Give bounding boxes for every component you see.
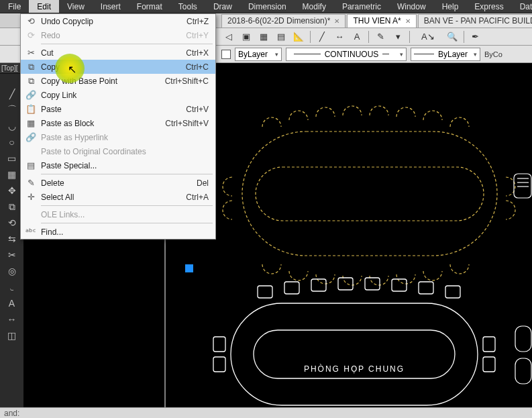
menu-item-icon: ᵃᵇᶜ — [21, 227, 41, 237]
side-trim-icon[interactable]: ✂ — [5, 248, 19, 262]
side-dim-icon[interactable]: ↔ — [5, 313, 19, 326]
dim-icon[interactable]: ↔ — [332, 30, 347, 44]
menu-item-icon: ✂ — [21, 48, 41, 58]
menubar: FileEditViewInsertFormatToolsDrawDimensi… — [0, 0, 532, 13]
menu-format[interactable]: Format — [129, 0, 170, 13]
menu-separator — [41, 205, 213, 206]
menu-item-label: Copy — [41, 62, 186, 72]
menu-draw[interactable]: Draw — [205, 0, 240, 13]
menu-tools[interactable]: Tools — [170, 0, 205, 13]
menu-item-paste-as-block[interactable]: ▦Paste as BlockCtrl+Shift+V — [21, 116, 215, 130]
menu-modify[interactable]: Modify — [295, 0, 334, 13]
menu-item-copy-with-base-point[interactable]: ⧉Copy with Base PointCtrl+Shift+C — [21, 74, 215, 88]
linetype-select[interactable]: CONTINUOUS — [286, 48, 407, 61]
side-offset-icon[interactable]: ◎ — [5, 264, 19, 278]
side-rect-icon[interactable]: ▭ — [5, 152, 19, 165]
menu-item-paste-special[interactable]: ▤Paste Special... — [21, 158, 215, 172]
text-icon[interactable]: A — [350, 30, 364, 44]
menu-item-undo-copyclip[interactable]: ⟲Undo CopyclipCtrl+Z — [21, 14, 215, 28]
side-rotate-icon[interactable]: ⟲ — [5, 216, 19, 229]
document-tab[interactable]: BAN VE - PAN PACIFIC BUILDING -✕ — [418, 14, 532, 28]
svg-rect-3 — [231, 303, 478, 405]
menu-express[interactable]: Express — [466, 0, 511, 13]
close-icon[interactable]: ✕ — [405, 17, 411, 25]
side-line-icon[interactable]: ╱ — [5, 87, 19, 101]
menu-view[interactable]: View — [59, 0, 93, 13]
pen-final-icon[interactable]: ✒ — [468, 30, 483, 44]
command-text: and: — [4, 409, 19, 418]
color-swatch[interactable] — [221, 50, 231, 59]
menu-item-label: Find... — [41, 227, 209, 237]
side-hatch-icon[interactable]: ▦ — [5, 168, 19, 181]
menu-item-shortcut: Ctrl+Z — [187, 17, 209, 26]
pen-icon[interactable]: ✎ — [373, 30, 388, 44]
lineweight-select[interactable]: ByLayer — [411, 48, 480, 61]
menu-help[interactable]: Help — [434, 0, 467, 13]
menu-item-label: Paste — [41, 105, 186, 114]
menu-item-label: OLE Links... — [41, 210, 209, 219]
menu-data-view[interactable]: Data View — [512, 0, 532, 13]
menu-item-copy-link[interactable]: 🔗Copy Link — [21, 88, 215, 102]
document-tab[interactable]: 2018-6-6(02-2D Dimension)*✕ — [221, 14, 345, 28]
menu-insert[interactable]: Insert — [93, 0, 129, 13]
menu-item-paste[interactable]: 📋PasteCtrl+V — [21, 102, 215, 116]
document-tab[interactable]: THU VIEN A*✕ — [347, 14, 416, 28]
menu-item-cut[interactable]: ✂CutCtrl+X — [21, 46, 215, 60]
measure-icon[interactable]: 📐 — [291, 30, 306, 44]
side-polyline-icon[interactable]: ⌒ — [5, 103, 19, 117]
svg-rect-20 — [213, 337, 225, 352]
side-circle-icon[interactable]: ○ — [5, 136, 19, 149]
menu-separator — [41, 174, 213, 174]
layers-icon[interactable]: ▤ — [274, 30, 288, 44]
toolbar-separator — [464, 31, 464, 43]
menu-item-find[interactable]: ᵃᵇᶜFind... — [21, 225, 215, 239]
line-icon[interactable]: ╱ — [315, 30, 329, 44]
menu-item-label: Select All — [41, 193, 186, 202]
menu-item-paste-to-original-coordinates: Paste to Original Coordinates — [21, 144, 215, 158]
command-line[interactable]: and: — [0, 407, 532, 418]
menu-item-paste-as-hyperlink: 🔗Paste as Hyperlink — [21, 130, 215, 144]
toggle-a-icon[interactable]: ▣ — [239, 30, 254, 44]
side-move-icon[interactable]: ✥ — [5, 184, 19, 197]
menu-item-shortcut: Ctrl+Shift+C — [165, 76, 209, 86]
history-back-icon[interactable]: ◁ — [221, 30, 236, 44]
document-tab-label: THU VIEN A* — [353, 16, 401, 25]
menu-edit[interactable]: Edit — [29, 0, 59, 13]
toolbar-separator — [368, 31, 369, 43]
menu-item-label: Paste to Original Coordinates — [41, 147, 209, 156]
menu-item-label: Paste Special... — [41, 161, 209, 170]
layer-select[interactable]: ByLayer — [235, 48, 282, 61]
brush-icon[interactable]: ▾ — [390, 30, 405, 44]
side-copy-icon[interactable]: ⧉ — [5, 200, 19, 213]
style-a-icon[interactable]: A↘ — [414, 30, 442, 44]
menu-item-copy[interactable]: ⧉CopyCtrl+C — [21, 60, 215, 74]
search-toolbar-icon[interactable]: 🔍 — [445, 30, 460, 44]
menu-item-label: Copy with Base Point — [41, 76, 165, 86]
menu-item-label: Redo — [41, 31, 186, 40]
menu-item-label: Delete — [41, 178, 197, 188]
side-mirror-icon[interactable]: ⇆ — [5, 232, 19, 246]
menu-window[interactable]: Window — [389, 0, 434, 13]
menu-separator — [41, 223, 213, 223]
side-text-icon[interactable]: A — [5, 297, 19, 310]
menu-item-select-all[interactable]: ✛Select AllCtrl+A — [21, 190, 215, 204]
svg-rect-24 — [514, 174, 531, 198]
menu-item-icon: ⧉ — [21, 62, 41, 72]
toggle-b-icon[interactable]: ▦ — [256, 30, 271, 44]
menu-separator — [41, 44, 213, 44]
menu-item-delete[interactable]: ✎DeleteDel — [21, 176, 215, 190]
menu-item-icon: 🔗 — [21, 132, 41, 142]
selection-grip[interactable] — [185, 264, 193, 272]
lineweight-preview — [414, 54, 434, 54]
menu-item-label: Paste as Hyperlink — [41, 133, 209, 142]
menu-parametric[interactable]: Parametric — [334, 0, 389, 13]
menu-file[interactable]: File — [0, 0, 29, 13]
close-icon[interactable]: ✕ — [334, 17, 339, 25]
menu-dimension[interactable]: Dimension — [240, 0, 295, 13]
side-block-icon[interactable]: ◫ — [5, 329, 19, 342]
svg-rect-4 — [258, 286, 272, 298]
side-arc-icon[interactable]: ◡ — [5, 119, 19, 133]
side-fillet-icon[interactable]: ⦦ — [5, 280, 19, 294]
menu-item-label: Undo Copyclip — [41, 17, 187, 26]
svg-rect-23 — [483, 357, 495, 372]
